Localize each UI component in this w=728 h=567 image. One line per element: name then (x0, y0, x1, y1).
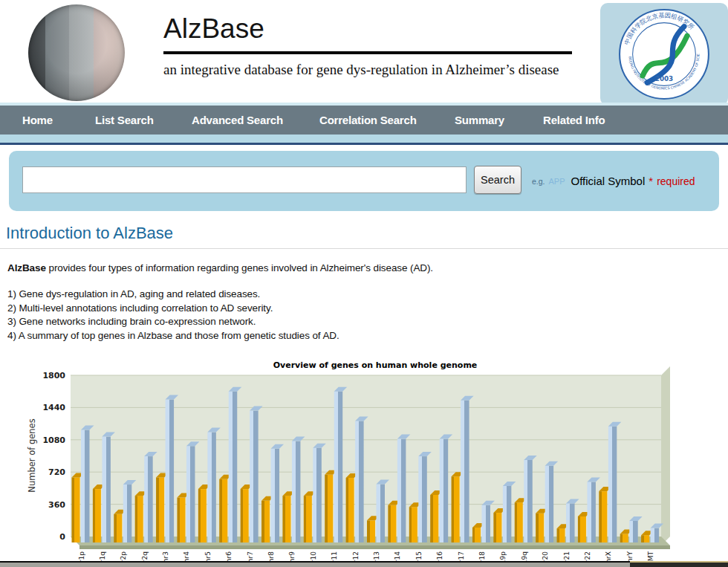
svg-text:Number of genes: Number of genes (27, 418, 37, 492)
intro-list-item: 1) Gene dys-regulation in AD, aging and … (7, 288, 339, 302)
badge-year: 2003 (655, 75, 673, 82)
svg-text:720: 720 (48, 467, 65, 477)
alzbase-brain-logo (28, 4, 125, 101)
section-divider (0, 248, 728, 249)
hint-required-label: required (657, 175, 695, 187)
hint-eg-label: e.g. (532, 177, 545, 186)
search-input[interactable] (22, 166, 467, 193)
svg-text:360: 360 (48, 500, 65, 510)
intro-list-item: 4) A summary of top genes in Alzbase and… (7, 329, 339, 343)
intro-lead: AlzBase provides four types of informati… (7, 262, 433, 273)
genome-overview-chart: 0360720108014401800Overview of genes on … (26, 358, 728, 567)
search-panel: Search e.g. APP Official Symbol* require… (9, 151, 719, 211)
svg-text:1440: 1440 (42, 403, 65, 412)
intro-list: 1) Gene dys-regulation in AD, aging and … (7, 288, 339, 343)
search-hint: e.g. APP Official Symbol* required (532, 151, 695, 211)
nav-lightblue-strip (0, 135, 728, 143)
nav-item-summary[interactable]: Summary (455, 114, 504, 126)
institute-badge: 中国科学院北京基因组研究所 BEIJING INSTITUTE OF GENOM… (600, 3, 728, 106)
site-subtitle: an integrative database for gene dys-reg… (163, 62, 572, 78)
main-nav: HomeList SearchAdvanced SearchCorrelatio… (0, 103, 728, 135)
svg-text:0: 0 (59, 532, 65, 542)
title-block: AlzBase an integrative database for gene… (163, 15, 572, 78)
svg-text:Overview of genes on human who: Overview of genes on human whole genome (273, 360, 478, 370)
nav-item-advanced-search[interactable]: Advanced Search (192, 114, 283, 126)
hint-example-gene: APP (549, 177, 565, 186)
intro-list-item: 3) Gene networks including brain co-expr… (7, 315, 339, 329)
genome-overview-chart-svg: 0360720108014401800Overview of genes on … (26, 358, 728, 567)
svg-text:1800: 1800 (42, 371, 65, 380)
nav-item-correlation-search[interactable]: Correlation Search (319, 114, 417, 126)
institute-badge-seal: 中国科学院北京基因组研究所 BEIJING INSTITUTE OF GENOM… (618, 8, 710, 100)
hint-required-asterisk: * (649, 175, 653, 187)
intro-lead-bold: AlzBase (7, 262, 46, 273)
site-title: AlzBase (163, 15, 572, 42)
svg-text:MT: MT (647, 551, 654, 562)
navy-accent-line (0, 143, 728, 145)
intro-lead-rest: provides four types of information regar… (46, 262, 433, 273)
nav-item-list-search[interactable]: List Search (95, 114, 154, 126)
clipped-footer-strip (0, 561, 728, 567)
hint-field-label: Official Symbol (571, 175, 646, 187)
page-title: Introduction to AlzBase (6, 224, 173, 243)
svg-text:1080: 1080 (42, 435, 65, 445)
title-divider (163, 51, 572, 54)
nav-item-related-info[interactable]: Related Info (543, 114, 605, 126)
intro-list-item: 2) Multi-level annotations including cor… (7, 302, 339, 316)
search-button[interactable]: Search (474, 166, 521, 194)
page-header: AlzBase an integrative database for gene… (0, 0, 728, 103)
clipped-footer-strip-dark (630, 561, 728, 567)
nav-item-home[interactable]: Home (22, 114, 53, 126)
